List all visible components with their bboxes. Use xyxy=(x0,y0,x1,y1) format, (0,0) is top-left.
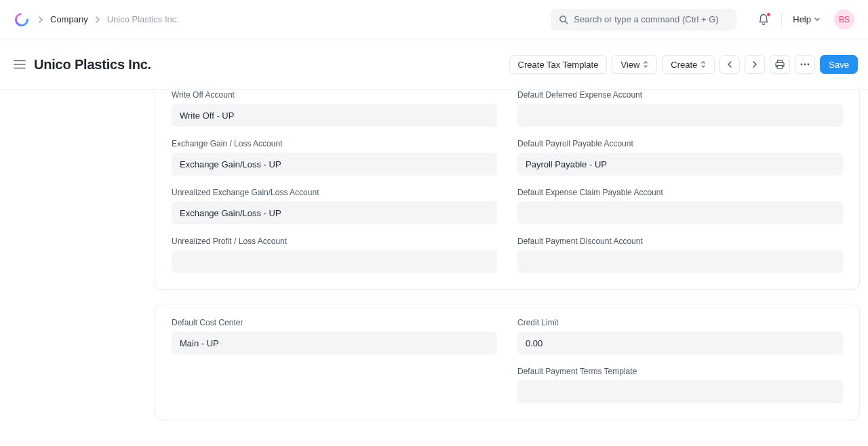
more-menu-button[interactable] xyxy=(795,55,815,74)
input-default-deferred-expense[interactable] xyxy=(517,104,843,127)
svg-point-8 xyxy=(801,64,803,66)
input-default-payment-terms[interactable] xyxy=(517,380,843,403)
select-icon xyxy=(701,60,706,68)
field-credit-limit: Credit Limit xyxy=(517,318,843,354)
chevron-right-icon xyxy=(752,60,757,68)
topbar: Company Unico Plastics Inc. Help xyxy=(0,0,868,39)
field-default-deferred-expense: Default Deferred Expense Account xyxy=(517,90,843,127)
sidebar-toggle[interactable] xyxy=(12,57,27,72)
svg-point-10 xyxy=(808,64,810,66)
top-actions: Help BS xyxy=(757,9,854,30)
notifications-button[interactable] xyxy=(757,13,770,26)
label-credit-limit: Credit Limit xyxy=(517,318,843,327)
label-default-payment-terms: Default Payment Terms Template xyxy=(517,367,843,376)
field-default-payment-discount: Default Payment Discount Account xyxy=(517,237,843,273)
svg-rect-7 xyxy=(777,66,783,69)
app-logo[interactable] xyxy=(15,13,28,26)
search-icon xyxy=(559,15,568,24)
breadcrumb-current: Unico Plastics Inc. xyxy=(107,14,179,24)
next-button[interactable] xyxy=(745,55,765,74)
global-search[interactable] xyxy=(551,9,736,31)
input-default-expense-claim[interactable] xyxy=(517,201,843,224)
label-exchange-gain-loss: Exchange Gain / Loss Account xyxy=(172,139,497,148)
user-avatar[interactable]: BS xyxy=(834,9,854,30)
header-actions: Create Tax Template View Create xyxy=(509,55,858,74)
field-default-cost-center: Default Cost Center xyxy=(172,318,497,354)
input-credit-limit[interactable] xyxy=(517,331,843,354)
input-default-payment-discount[interactable] xyxy=(517,250,843,273)
input-exchange-gain-loss[interactable] xyxy=(172,153,497,176)
input-default-payroll-payable[interactable] xyxy=(517,153,843,176)
chevron-down-icon xyxy=(814,17,821,22)
field-default-expense-claim: Default Expense Claim Payable Account xyxy=(517,188,843,224)
chevron-right-icon xyxy=(38,16,43,23)
svg-line-2 xyxy=(566,21,568,23)
input-unrealized-profit[interactable] xyxy=(172,250,497,273)
chevron-left-icon xyxy=(727,60,732,68)
save-button[interactable]: Save xyxy=(820,55,858,74)
create-tax-template-button[interactable]: Create Tax Template xyxy=(509,55,608,74)
printer-icon xyxy=(775,60,785,69)
label-default-payroll-payable: Default Payroll Payable Account xyxy=(517,139,843,148)
page-title: Unico Plastics Inc. xyxy=(34,57,151,73)
breadcrumb: Company Unico Plastics Inc. xyxy=(38,14,179,24)
print-button[interactable] xyxy=(770,55,790,74)
chevron-right-icon xyxy=(95,16,100,23)
defaults-card: Default Cost Center Credit Limit Default… xyxy=(155,304,860,420)
view-dropdown[interactable]: View xyxy=(612,55,657,74)
label-default-deferred-expense: Default Deferred Expense Account xyxy=(517,90,843,100)
view-label: View xyxy=(620,60,639,70)
label-unrealized-exchange: Unrealized Exchange Gain/Loss Account xyxy=(172,188,497,197)
page-header: Unico Plastics Inc. Create Tax Template … xyxy=(0,39,868,90)
help-dropdown[interactable]: Help xyxy=(793,14,821,24)
field-write-off-account: Write Off Account xyxy=(172,90,497,127)
input-default-cost-center[interactable] xyxy=(172,331,497,354)
field-exchange-gain-loss: Exchange Gain / Loss Account xyxy=(172,139,497,176)
main-content: Write Off Account Exchange Gain / Loss A… xyxy=(0,90,868,446)
notification-dot xyxy=(766,12,771,17)
label-default-payment-discount: Default Payment Discount Account xyxy=(517,237,843,246)
create-dropdown[interactable]: Create xyxy=(662,55,715,74)
field-default-payment-terms: Default Payment Terms Template xyxy=(517,367,843,403)
svg-point-9 xyxy=(804,64,806,66)
label-unrealized-profit: Unrealized Profit / Loss Account xyxy=(172,237,497,246)
label-default-cost-center: Default Cost Center xyxy=(172,318,497,327)
breadcrumb-company[interactable]: Company xyxy=(50,14,88,24)
dots-horizontal-icon xyxy=(800,63,810,66)
help-label: Help xyxy=(793,14,811,24)
label-default-expense-claim: Default Expense Claim Payable Account xyxy=(517,188,843,197)
input-unrealized-exchange[interactable] xyxy=(172,201,497,224)
field-unrealized-profit: Unrealized Profit / Loss Account xyxy=(172,237,497,273)
accounts-card: Write Off Account Exchange Gain / Loss A… xyxy=(155,90,860,290)
field-unrealized-exchange: Unrealized Exchange Gain/Loss Account xyxy=(172,188,497,224)
label-write-off-account: Write Off Account xyxy=(172,90,497,100)
create-label: Create xyxy=(671,60,697,70)
svg-point-0 xyxy=(16,14,28,25)
create-tax-label: Create Tax Template xyxy=(518,60,599,70)
search-input[interactable] xyxy=(574,14,728,24)
field-default-payroll-payable: Default Payroll Payable Account xyxy=(517,139,843,176)
input-write-off-account[interactable] xyxy=(172,104,497,127)
divider xyxy=(781,14,782,26)
save-label: Save xyxy=(829,60,849,70)
prev-button[interactable] xyxy=(719,55,740,74)
select-icon xyxy=(643,60,648,68)
